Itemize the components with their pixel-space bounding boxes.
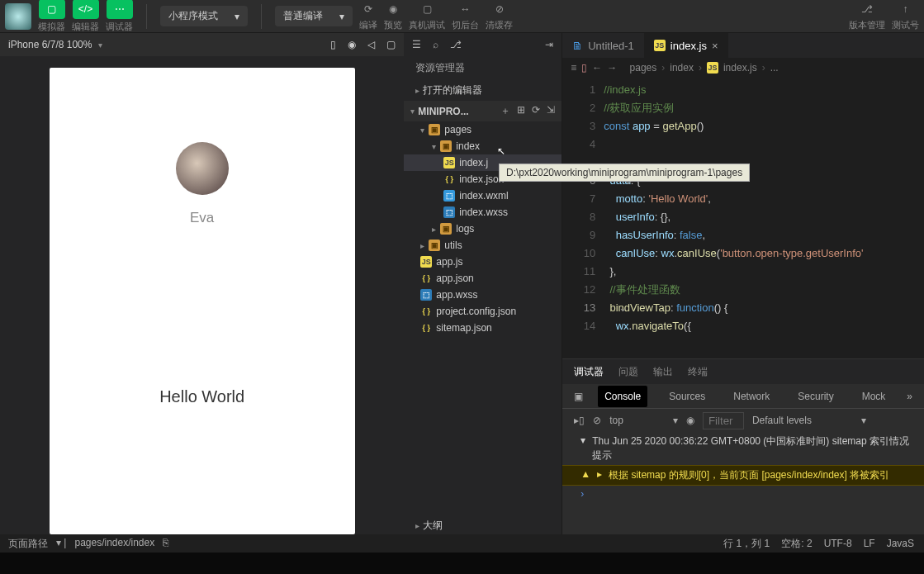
devtools-mock[interactable]: Mock bbox=[855, 386, 893, 407]
mute-icon[interactable]: ◁ bbox=[367, 39, 375, 50]
filter-input[interactable] bbox=[703, 412, 744, 429]
bookmark-icon[interactable]: ▯ bbox=[581, 62, 587, 74]
tree-folder-pages[interactable]: ▣pages bbox=[404, 121, 562, 138]
tab-index-js[interactable]: JSindex.js× bbox=[644, 33, 728, 58]
device-icon[interactable]: ▯ bbox=[330, 39, 336, 50]
tree-file-app-wxss[interactable]: ⬚app.wxss bbox=[404, 287, 562, 303]
console-timestamp: Thu Jun 25 2020 00:36:22 GMT+0800 (中国标准时… bbox=[592, 434, 916, 463]
sidebar-toggle-icon[interactable]: ▸▯ bbox=[574, 415, 585, 426]
outline-section[interactable]: 大纲 bbox=[404, 515, 562, 536]
mode-dropdown-label: 小程序模式 bbox=[168, 9, 218, 23]
version-label: 版本管理 bbox=[849, 19, 885, 31]
debug-tabs: 调试器 问题 输出 终端 bbox=[562, 359, 924, 384]
tree-folder-index[interactable]: ▣index bbox=[404, 138, 562, 154]
forward-icon[interactable]: → bbox=[607, 62, 617, 74]
page-path-value[interactable]: pages/index/index bbox=[74, 537, 154, 551]
breadcrumb-more[interactable]: ... bbox=[770, 62, 779, 74]
console-prompt-icon: › bbox=[580, 488, 584, 500]
background-icon[interactable]: ↔ bbox=[457, 1, 474, 17]
device-selector[interactable]: iPhone 6/7/8 100% bbox=[8, 39, 92, 50]
tree-file-index-wxml[interactable]: ⬚index.wxml bbox=[404, 187, 562, 204]
breadcrumb-file[interactable]: index.js bbox=[723, 62, 757, 74]
devtools-console[interactable]: Console bbox=[598, 386, 647, 407]
branch-icon[interactable]: ⎇ bbox=[450, 39, 462, 50]
clear-console-icon[interactable]: ⊘ bbox=[593, 415, 601, 426]
tab-problems[interactable]: 问题 bbox=[618, 365, 638, 379]
breadcrumb: ≡ ▯ ← → pages› index› JSindex.js› ... bbox=[562, 58, 924, 78]
tree-file-app-json[interactable]: { }app.json bbox=[404, 270, 562, 287]
simulator-label: 模拟器 bbox=[38, 21, 65, 33]
tab-terminal[interactable]: 终端 bbox=[688, 365, 708, 379]
simulator-toolbar: iPhone 6/7/8 100% ▯ ◉ ◁ ▢ bbox=[0, 33, 404, 56]
tree-file-app-js[interactable]: JSapp.js bbox=[404, 254, 562, 270]
top-toolbar: ▢ 模拟器 </> 编辑器 ⋯ 调试器 小程序模式▾ 普通编译▾ ⟳ 编译 ◉ … bbox=[0, 0, 924, 33]
breadcrumb-pages[interactable]: pages bbox=[630, 62, 657, 74]
explorer-pane: ☰ ⌕ ⎇ ⇥ 资源管理器 打开的编辑器 MINIPRO... ＋ ⊞ ⟳ ⇲ … bbox=[404, 33, 562, 557]
code-editor[interactable]: 1234 6 ⌄ 789101112 13 ⌄ 14 //index.js //… bbox=[562, 78, 924, 358]
compile-icon[interactable]: ⟳ bbox=[360, 1, 377, 17]
code-content[interactable]: //index.js //获取应用实例 const app = getApp()… bbox=[604, 78, 924, 358]
breadcrumb-index[interactable]: index bbox=[670, 62, 694, 74]
tree-file-project-config[interactable]: { }project.config.json bbox=[404, 303, 562, 320]
debugger-button[interactable]: ⋯ bbox=[107, 0, 133, 19]
eye-icon[interactable]: ◉ bbox=[686, 415, 694, 426]
upload-icon[interactable]: ↑ bbox=[898, 1, 914, 17]
levels-selector[interactable]: Default levels▾ bbox=[752, 415, 866, 426]
tree-file-sitemap[interactable]: { }sitemap.json bbox=[404, 320, 562, 336]
new-folder-icon[interactable]: ⊞ bbox=[517, 104, 525, 118]
devtools-security[interactable]: Security bbox=[791, 386, 840, 407]
line-gutter: 1234 6 ⌄ 789101112 13 ⌄ 14 bbox=[562, 78, 604, 358]
user-avatar-small[interactable] bbox=[5, 3, 31, 30]
simulator-viewport: Eva Hello World bbox=[0, 56, 404, 557]
new-file-icon[interactable]: ＋ bbox=[500, 104, 510, 118]
project-header[interactable]: MINIPRO... ＋ ⊞ ⟳ ⇲ bbox=[404, 101, 562, 121]
back-icon[interactable]: ← bbox=[592, 62, 602, 74]
encoding[interactable]: UTF-8 bbox=[824, 538, 852, 549]
warning-icon: ▲ bbox=[580, 468, 590, 482]
pin-icon[interactable]: ⇥ bbox=[545, 39, 553, 50]
copy-icon[interactable]: ⎘ bbox=[163, 537, 168, 551]
preview-label: 预览 bbox=[384, 19, 402, 31]
tree-folder-logs[interactable]: ▣logs bbox=[404, 221, 562, 237]
tree-folder-utils[interactable]: ▣utils bbox=[404, 237, 562, 254]
context-selector[interactable]: top▾ bbox=[609, 415, 678, 426]
devtools-more-icon[interactable]: » bbox=[907, 391, 912, 402]
test-label: 测试号 bbox=[892, 19, 919, 31]
compile-dropdown[interactable]: 普通编译▾ bbox=[275, 6, 353, 26]
explorer-toolbar: ☰ ⌕ ⎇ ⇥ bbox=[404, 33, 562, 56]
console-output[interactable]: ▾Thu Jun 25 2020 00:36:22 GMT+0800 (中国标准… bbox=[562, 432, 924, 536]
tab-untitled[interactable]: 🗎Untitled-1 bbox=[562, 33, 644, 58]
close-tab-icon[interactable]: × bbox=[712, 40, 718, 52]
eol[interactable]: LF bbox=[864, 538, 875, 549]
mode-dropdown[interactable]: 小程序模式▾ bbox=[160, 6, 248, 26]
tree-file-index-wxss[interactable]: ⬚index.wxss bbox=[404, 204, 562, 221]
refresh-icon[interactable]: ⟳ bbox=[532, 104, 540, 118]
project-name: MINIPRO... bbox=[418, 106, 468, 117]
phone-screen[interactable]: Eva Hello World bbox=[50, 68, 355, 534]
tab-debugger[interactable]: 调试器 bbox=[574, 365, 604, 379]
editor-status-bar: 行 1，列 1 空格: 2 UTF-8 LF JavaS bbox=[575, 534, 924, 553]
language-mode[interactable]: JavaS bbox=[887, 538, 914, 549]
list-icon[interactable]: ☰ bbox=[412, 39, 421, 50]
preview-icon[interactable]: ◉ bbox=[385, 1, 401, 17]
collapse-icon[interactable]: ⇲ bbox=[547, 104, 555, 118]
editor-tabs: 🗎Untitled-1 JSindex.js× bbox=[562, 33, 924, 58]
devtools-network[interactable]: Network bbox=[727, 386, 776, 407]
search-icon[interactable]: ⌕ bbox=[433, 39, 438, 50]
indent-setting[interactable]: 空格: 2 bbox=[781, 537, 812, 551]
remote-debug-label: 真机调试 bbox=[409, 19, 445, 31]
devtools-tabs: ▣ Console Sources Network Security Mock … bbox=[562, 384, 924, 409]
clear-cache-icon[interactable]: ⊘ bbox=[491, 1, 508, 17]
open-editors-section[interactable]: 打开的编辑器 bbox=[404, 80, 562, 101]
toggle-icon[interactable]: ≡ bbox=[571, 62, 576, 74]
record-icon[interactable]: ◉ bbox=[348, 39, 356, 50]
inspect-icon[interactable]: ▣ bbox=[574, 391, 583, 402]
dock-icon[interactable]: ▢ bbox=[386, 39, 396, 50]
devtools-sources[interactable]: Sources bbox=[662, 386, 712, 407]
tab-output[interactable]: 输出 bbox=[653, 365, 673, 379]
cursor-position[interactable]: 行 1，列 1 bbox=[723, 537, 770, 551]
simulator-button[interactable]: ▢ bbox=[39, 0, 65, 19]
version-icon[interactable]: ⎇ bbox=[859, 1, 875, 17]
editor-button[interactable]: </> bbox=[73, 0, 99, 19]
remote-debug-icon[interactable]: ▢ bbox=[419, 1, 435, 17]
